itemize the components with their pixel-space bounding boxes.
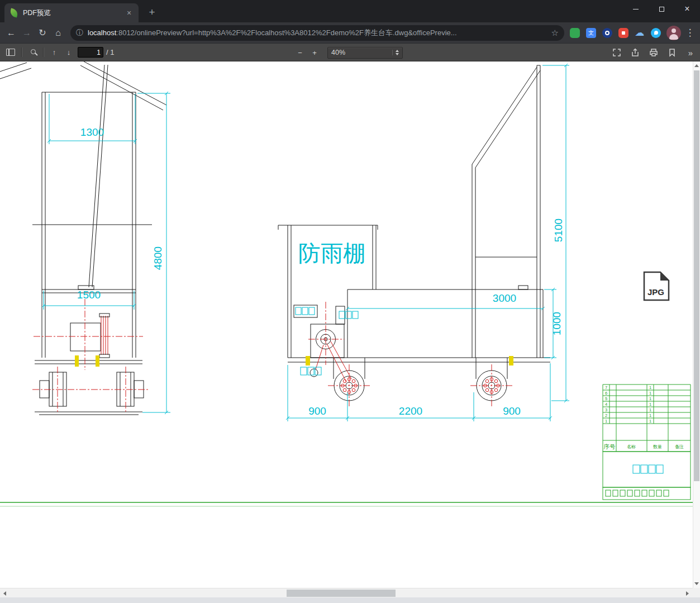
sidebar-toggle-button[interactable] (3, 45, 18, 60)
row-qty: 1 (649, 407, 651, 412)
forward-button[interactable]: → (19, 25, 35, 41)
maximize-icon (659, 7, 664, 12)
scroll-up-button[interactable] (693, 61, 700, 70)
more-tools-button[interactable]: » (683, 45, 698, 60)
scroll-right-icon (686, 591, 689, 596)
tab-close-icon[interactable]: × (124, 8, 134, 18)
dim-1300: 1300 (80, 126, 104, 138)
profile-avatar[interactable] (666, 26, 681, 40)
extension-icon-6[interactable] (651, 28, 661, 38)
sidebar-icon (6, 49, 15, 56)
vertical-scroll-thumb[interactable] (694, 70, 699, 481)
page-number-input[interactable] (78, 47, 103, 58)
search-icon (31, 49, 36, 54)
home-button[interactable]: ⌂ (50, 25, 66, 41)
scroll-right-button[interactable] (683, 588, 692, 598)
bookmark-button[interactable] (665, 45, 679, 60)
url-host: localhost (88, 29, 116, 37)
minimize-button[interactable] (623, 0, 649, 18)
dim-5100: 5100 (553, 219, 564, 242)
open-file-icon (631, 48, 640, 57)
pdf-content: 1300 4800 1500 (0, 61, 693, 588)
new-tab-button[interactable]: + (144, 5, 160, 21)
page-border-line (0, 502, 693, 506)
jpg-file-icon: JPG (644, 272, 669, 300)
row-no: 6 (605, 391, 607, 396)
pdf-toolbar: ↑ ↓ / 1 − + 40% (0, 44, 700, 61)
row-no: 2 (605, 413, 607, 418)
row-qty: 1 (649, 419, 651, 424)
zoom-select[interactable]: 40% (327, 47, 403, 59)
reload-button[interactable]: ↻ (35, 25, 50, 41)
scroll-left-icon (3, 591, 6, 596)
page-count-label: / 1 (106, 48, 114, 56)
row-no: 4 (605, 402, 607, 407)
leaf-favicon-icon (9, 8, 18, 17)
close-button[interactable]: × (674, 0, 700, 18)
scrollbar-corner (693, 588, 700, 597)
tab-title: PDF预览 (23, 8, 124, 18)
header-qty: 数量 (653, 444, 662, 449)
row-no: 1 (605, 419, 607, 424)
open-file-button[interactable] (628, 45, 642, 60)
url-rest: :8012/onlinePreview?url=http%3A%2F%2Floc… (116, 29, 456, 37)
dim-900-right: 900 (503, 405, 521, 417)
fullscreen-icon (612, 48, 621, 57)
print-button[interactable] (646, 45, 661, 60)
find-button[interactable] (25, 45, 40, 60)
scroll-left-button[interactable] (0, 588, 9, 598)
scroll-down-button[interactable] (693, 580, 700, 588)
extension-icon-1[interactable] (570, 28, 580, 38)
rain-shelter-label: 防雨棚 (298, 241, 365, 265)
row-qty: 1 (649, 396, 651, 401)
side-view: 防雨棚 3000 1000 5100 (278, 64, 569, 421)
extension-cloud-icon[interactable]: ☁ (635, 28, 645, 38)
bookmark-icon (668, 48, 677, 57)
extensions-row: 文 ☁ (570, 28, 661, 38)
row-qty: 1 (649, 402, 651, 407)
extension-translate-icon[interactable]: 文 (586, 28, 596, 38)
row-no: 7 (605, 385, 607, 390)
bookmark-star-icon[interactable]: ☆ (551, 28, 559, 38)
vertical-scrollbar[interactable] (693, 61, 700, 588)
back-button[interactable]: ← (3, 25, 19, 41)
scroll-up-icon (694, 64, 699, 67)
extension-icon-4[interactable] (618, 28, 628, 38)
address-bar[interactable]: ⓘ localhost:8012/onlinePreview?url=http%… (70, 25, 564, 41)
minimize-icon (633, 9, 639, 10)
row-no: 5 (605, 396, 607, 401)
header-note: 备注 (675, 444, 684, 449)
maximize-button[interactable] (649, 0, 674, 18)
dim-4800: 4800 (152, 246, 164, 270)
dim-900-left: 900 (308, 405, 326, 417)
horizontal-scrollbar[interactable] (0, 588, 700, 597)
header-name: 名称 (627, 444, 636, 449)
presentation-mode-button[interactable] (609, 45, 624, 60)
front-view: 1300 4800 1500 (0, 61, 170, 415)
cad-drawing: 1300 4800 1500 (0, 61, 693, 588)
header-serial: 序号 (604, 443, 616, 450)
window-bottom-edge (0, 597, 700, 603)
url-text[interactable]: localhost:8012/onlinePreview?url=http%3A… (88, 28, 547, 38)
zoom-in-button[interactable]: + (307, 45, 322, 60)
nav-toolbar: ← → ↻ ⌂ ⓘ localhost:8012/onlinePreview?u… (0, 22, 700, 44)
dim-3000: 3000 (493, 292, 516, 304)
page-info-icon[interactable]: ⓘ (76, 28, 83, 38)
extension-icon-3[interactable] (602, 28, 612, 38)
zoom-value: 40% (331, 49, 392, 56)
dim-1500: 1500 (77, 289, 101, 301)
parts-table: 7 6 5 4 3 2 1 1 1 1 1 1 1 1 序号 名称 数量 备注 (603, 384, 691, 500)
row-no: 3 (605, 407, 607, 412)
dim-2200: 2200 (399, 405, 422, 417)
previous-page-button[interactable]: ↑ (47, 45, 61, 60)
tab-pdf-preview[interactable]: PDF预览 × (4, 3, 139, 22)
zoom-controls: − + 40% (293, 44, 403, 61)
next-page-button[interactable]: ↓ (61, 45, 76, 60)
window-controls: × (623, 0, 700, 18)
zoom-out-button[interactable]: − (293, 45, 307, 60)
horizontal-scroll-thumb[interactable] (287, 590, 396, 597)
browser-menu-icon[interactable]: ⋮ (683, 27, 697, 39)
side-wheel-left (328, 364, 370, 407)
tab-bar: PDF预览 × + × (0, 0, 700, 22)
scroll-down-icon (694, 582, 699, 585)
